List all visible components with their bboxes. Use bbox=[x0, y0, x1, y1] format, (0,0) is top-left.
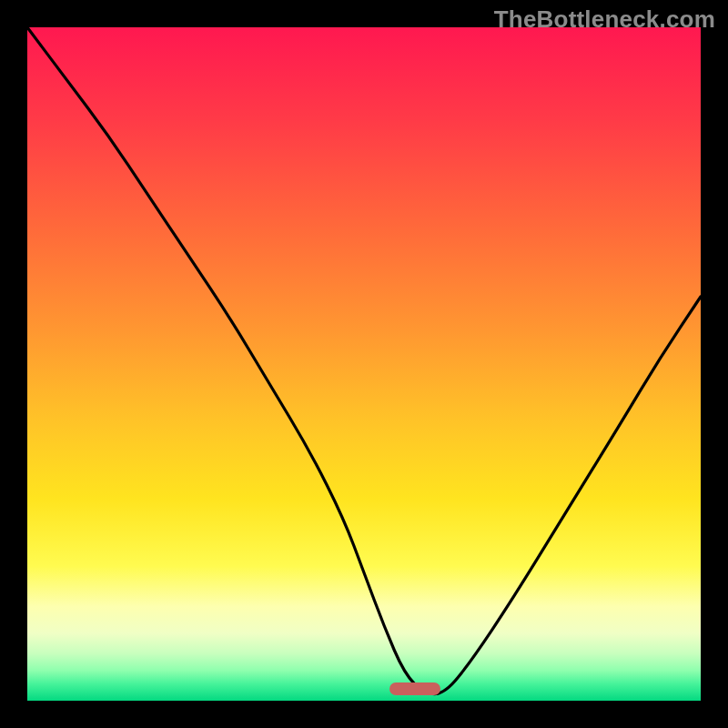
background-gradient bbox=[27, 27, 701, 701]
watermark-text: TheBottleneck.com bbox=[494, 5, 715, 34]
optimal-range-marker bbox=[389, 682, 440, 695]
svg-rect-0 bbox=[27, 27, 701, 701]
chart-frame: TheBottleneck.com bbox=[0, 0, 728, 728]
plot-area bbox=[27, 27, 701, 701]
